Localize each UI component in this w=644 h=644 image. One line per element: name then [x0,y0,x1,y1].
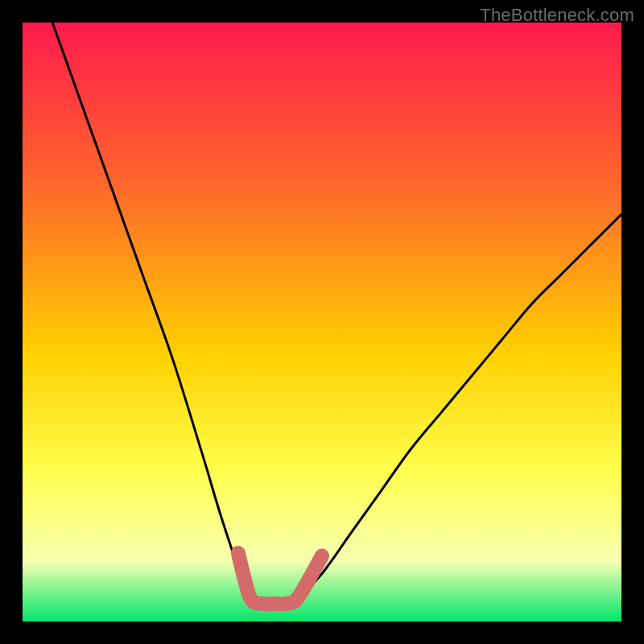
plot-area [23,23,621,621]
gradient-background [23,23,621,621]
bottleneck-chart [23,23,621,621]
watermark-text: TheBottleneck.com [480,5,634,26]
chart-frame: TheBottleneck.com [0,0,644,644]
